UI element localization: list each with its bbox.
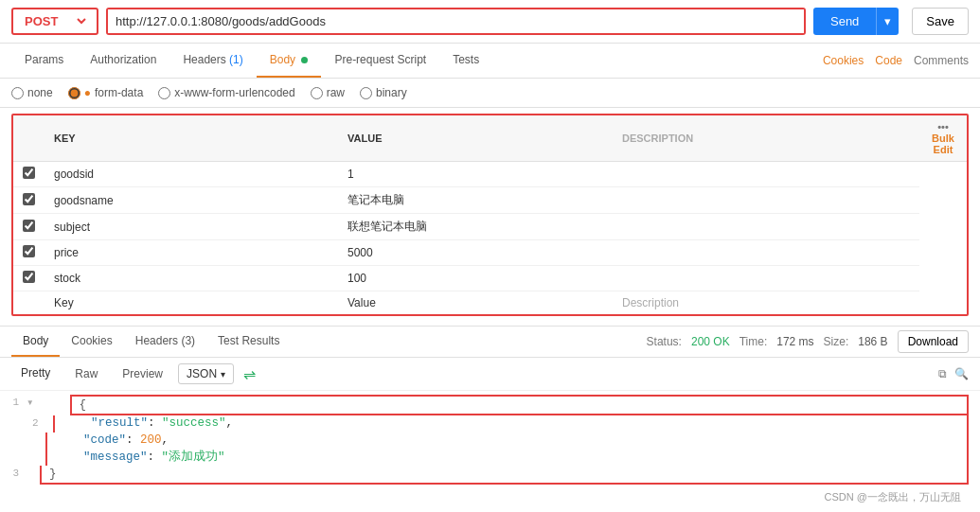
code-line-5: 3 } [0,466,980,485]
json-brace-close: } [49,468,57,481]
placeholder-key[interactable]: Key [45,291,338,315]
row-checkbox[interactable] [23,220,35,232]
request-tab-nav: Params Authorization Headers (1) Body Pr… [0,44,980,79]
json-key-result: "result" [91,416,148,430]
row-description[interactable] [613,162,919,187]
row-value[interactable]: 联想笔记本电脑 [338,214,613,240]
row-description[interactable] [613,187,919,214]
line-number: 2 [32,415,40,433]
search-icon[interactable]: 🔍 [954,367,969,380]
code-line-2: 2 "result": "success", [32,415,980,433]
placeholder-description[interactable]: Description [613,291,919,315]
form-params-table-container: KEY VALUE DESCRIPTION ••• Bulk Edit good… [11,114,969,316]
body-binary-option[interactable]: binary [360,86,407,99]
code-line-3: "code": 200, [32,433,980,448]
response-format-toolbar: Pretty Raw Preview JSON ▾ ⇌ ⧉ 🔍 [0,358,980,391]
send-button[interactable]: Send [813,8,876,35]
tab-authorization[interactable]: Authorization [77,44,169,78]
json-key-code: "code" [83,433,126,447]
json-brace-open: { [80,398,87,412]
col-header-key: KEY [45,115,338,162]
row-key[interactable]: stock [45,266,338,291]
resp-tab-cookies[interactable]: Cookies [60,327,123,357]
chevron-down-icon: ▾ [221,369,225,380]
save-button[interactable]: Save [912,8,969,35]
row-value[interactable]: 5000 [338,240,613,266]
json-key-message: "message" [83,450,148,464]
resp-tab-body[interactable]: Body [11,327,60,357]
placeholder-value[interactable]: Value [338,291,613,315]
send-button-group: Send ▾ [813,8,899,35]
row-value[interactable]: 100 [338,266,613,291]
status-label: Status: [647,335,682,348]
row-key[interactable]: goodsid [45,162,338,187]
col-header-check [13,115,45,162]
row-key[interactable]: goodsname [45,187,338,214]
response-tab-bar: Body Cookies Headers (3) Test Results St… [0,326,980,358]
size-value: 186 B [858,335,887,348]
download-button[interactable]: Download [898,330,969,353]
json-value-code: 200 [140,433,162,447]
table-row: goodsid 1 [13,162,967,187]
resp-tab-testresults[interactable]: Test Results [206,327,291,357]
resp-tab-headers[interactable]: Headers (3) [124,327,206,357]
body-type-options: none ● form-data x-www-form-urlencoded r… [0,79,980,108]
body-none-option[interactable]: none [11,86,53,99]
table-row-placeholder: Key Value Description [13,291,967,315]
format-raw[interactable]: Raw [65,363,107,384]
copy-icon[interactable]: ⧉ [938,367,947,380]
time-value: 172 ms [776,335,813,348]
body-urlencoded-option[interactable]: x-www-form-urlencoded [158,86,294,99]
row-checkbox[interactable] [23,245,35,257]
tab-body[interactable]: Body [257,44,322,78]
row-description[interactable] [613,214,919,240]
method-dropdown[interactable]: POST GET PUT DELETE [21,13,89,29]
row-value[interactable]: 笔记本电脑 [338,187,613,214]
col-header-value: VALUE [338,115,613,162]
row-value[interactable]: 1 [338,162,613,187]
row-description[interactable] [613,240,919,266]
row-checkbox[interactable] [23,167,35,179]
watermark-text: CSDN @一念既出，万山无阻 [825,490,961,504]
json-colon: : [148,416,162,430]
row-checkbox[interactable] [23,193,35,205]
url-input[interactable] [108,9,804,33]
row-key[interactable]: subject [45,214,338,240]
line-number: 3 [0,466,27,485]
collapse-icon[interactable]: ▾ [27,395,34,415]
col-header-more: ••• Bulk Edit [919,115,967,162]
line-number: 1 [0,395,27,415]
row-key[interactable]: price [45,240,338,266]
col-header-description: DESCRIPTION [613,115,919,162]
tab-headers[interactable]: Headers (1) [169,44,256,78]
row-checkbox[interactable] [23,271,35,283]
form-params-table: KEY VALUE DESCRIPTION ••• Bulk Edit good… [13,115,967,314]
code-link[interactable]: Code [875,54,902,67]
body-formdata-option[interactable]: ● form-data [68,86,144,99]
send-dropdown-button[interactable]: ▾ [876,8,899,35]
wrap-icon[interactable]: ⇌ [243,365,256,383]
tab-params[interactable]: Params [11,44,77,78]
code-line-1: 1 ▾ { [0,395,980,415]
json-value-result: "success" [162,416,226,430]
response-status-bar: Status: 200 OK Time: 172 ms Size: 186 B … [647,330,969,353]
size-label: Size: [824,335,849,348]
json-value-message: "添加成功" [162,450,225,464]
cookies-link[interactable]: Cookies [823,54,864,67]
row-description[interactable] [613,266,919,291]
code-line-4: "message": "添加成功" [32,448,980,466]
status-value: 200 OK [691,335,730,348]
tab-tests[interactable]: Tests [439,44,492,78]
table-row: goodsname 笔记本电脑 [13,187,967,214]
format-pretty[interactable]: Pretty [11,362,60,385]
bulk-edit-button[interactable]: Bulk Edit [932,132,954,155]
comments-link[interactable]: Comments [914,54,969,67]
url-input-container [106,8,806,35]
format-preview[interactable]: Preview [113,363,172,384]
json-format-select[interactable]: JSON ▾ [178,363,234,384]
method-selector[interactable]: POST GET PUT DELETE [11,8,98,35]
more-options-icon[interactable]: ••• [937,121,949,132]
tab-prerequest[interactable]: Pre-request Script [321,44,439,78]
body-raw-option[interactable]: raw [311,86,345,99]
table-row: price 5000 [13,240,967,266]
